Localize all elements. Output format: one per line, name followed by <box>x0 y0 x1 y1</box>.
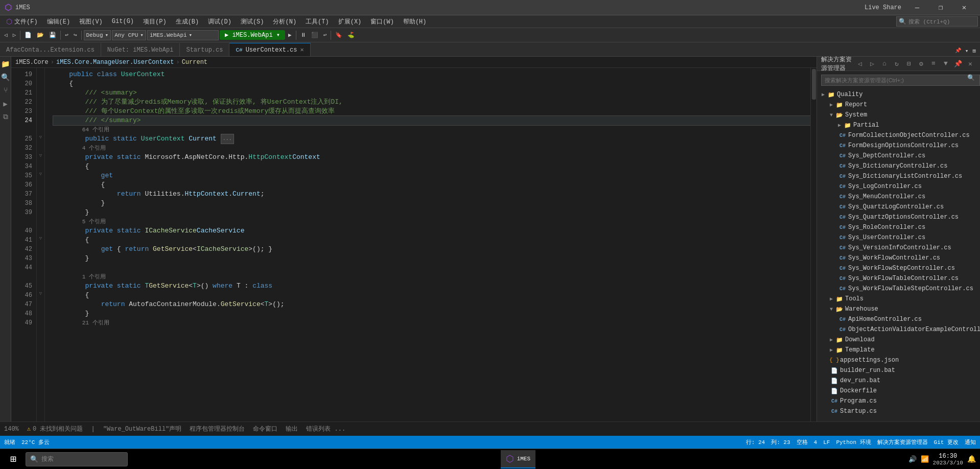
collapse-25[interactable]: ▽ <box>37 132 44 142</box>
activity-explorer[interactable]: 📁 <box>1 59 11 69</box>
rp-more[interactable]: ≡ <box>928 59 939 69</box>
breadcrumb-symbol[interactable]: Current <box>182 59 207 66</box>
tree-builder[interactable]: 📄 builder_run.bat <box>817 365 980 376</box>
menu-analyze[interactable]: 分析(N) <box>269 15 300 28</box>
vs-taskbar-app[interactable]: ⬡ iMES <box>501 450 535 468</box>
collapse-40[interactable]: ▽ <box>37 233 44 243</box>
toolbar-undo[interactable]: ↩ <box>63 30 71 41</box>
toolbar-new[interactable]: 📄 <box>22 30 34 41</box>
activity-extensions[interactable]: ⧉ <box>1 112 11 122</box>
rp-props[interactable]: ⚙ <box>916 59 927 69</box>
tree-form-design[interactable]: C# FormDesignOptionsController.cs <box>817 140 980 151</box>
tree-quality[interactable]: ▶ 📁 Quality <box>817 89 980 100</box>
tree-sys-workflow[interactable]: C# Sys_WorkFlowController.cs <box>817 253 980 263</box>
tree-sys-dict[interactable]: C# Sys_DictionaryController.cs <box>817 161 980 171</box>
tab-nuget[interactable]: NuGet: iMES.WebApi <box>101 43 180 56</box>
collapse-33[interactable]: ▽ <box>37 151 44 160</box>
tab-pin[interactable]: 📌 <box>953 45 963 56</box>
minimize-button[interactable]: — <box>905 0 929 15</box>
errors-label[interactable]: 错误列表 ... <box>306 425 345 433</box>
terminal-label[interactable]: 命令窗口 <box>253 425 277 433</box>
menu-view[interactable]: 视图(V) <box>75 15 107 28</box>
rp-home[interactable]: ⌂ <box>879 59 890 69</box>
menu-edit[interactable]: 编辑(E) <box>43 15 75 28</box>
toolbar-more1[interactable]: ⏸ <box>298 30 308 41</box>
menu-extensions[interactable]: 扩展(X) <box>334 15 366 28</box>
tree-apihome[interactable]: C# ApiHomeController.cs <box>817 314 980 324</box>
toolbar-bookmark[interactable]: 🔖 <box>333 30 344 41</box>
tree-sys-version[interactable]: C# Sys_VersionInfoController.cs <box>817 243 980 253</box>
tree-sys-wftablestep[interactable]: C# Sys_WorkFlowTableStepController.cs <box>817 284 980 294</box>
output-label[interactable]: 输出 <box>286 425 298 433</box>
tree-sys-quartzlog[interactable]: C# Sys_QuartzLogController.cs <box>817 202 980 212</box>
tree-partial[interactable]: ▶ 📁 Partial <box>817 120 980 130</box>
toolbar-run2[interactable]: ▶ <box>286 30 294 41</box>
activity-search[interactable]: 🔍 <box>1 72 11 82</box>
tab-list[interactable]: ▾ <box>963 45 971 56</box>
breadcrumb-root[interactable]: iMES.Core <box>15 59 49 66</box>
checks-label[interactable]: "Ware_OutWareBill"声明 <box>103 425 182 433</box>
restore-button[interactable]: ❐ <box>929 0 952 15</box>
tree-warehouse[interactable]: ▼ 📂 Warehouse <box>817 304 980 314</box>
tree-objectaction[interactable]: C# ObjectActionValidatorExampleControlle… <box>817 324 980 335</box>
menu-window[interactable]: 窗口(W) <box>366 15 398 28</box>
notification-icon[interactable]: 🔔 <box>967 455 976 463</box>
rp-pin[interactable]: 📌 <box>952 59 964 69</box>
tree-template[interactable]: ▶ 📁 Template <box>817 345 980 355</box>
toolbar-more2[interactable]: ⬛ <box>309 30 320 41</box>
debug-config-dropdown[interactable]: Debug ▾ <box>84 30 111 40</box>
activity-git[interactable]: ⑂ <box>1 85 11 96</box>
split-editor[interactable]: ⊞ <box>970 45 978 56</box>
taskbar-time[interactable]: 16:30 2023/3/10 <box>933 453 963 466</box>
tree-dockerfile[interactable]: 📄 Dockerfile <box>817 386 980 396</box>
tree-tools[interactable]: ▶ 📁 Tools <box>817 294 980 304</box>
tree-sys-wftable[interactable]: C# Sys_WorkFlowTableController.cs <box>817 273 980 284</box>
tree-sys-quartzopt[interactable]: C# Sys_QuartzOptionsController.cs <box>817 212 980 222</box>
tree-sys-dictlist[interactable]: C# Sys_DictionaryListController.cs <box>817 171 980 181</box>
menu-git[interactable]: Git(G) <box>108 15 138 28</box>
tree-system[interactable]: ▼ 📂 System <box>817 110 980 120</box>
global-search-box[interactable]: 🔍 搜索 (Ctrl+Q) <box>896 16 978 27</box>
menu-help[interactable]: 帮助(H) <box>399 15 431 28</box>
tree-appsettings[interactable]: { } appsettings.json <box>817 355 980 365</box>
tab-usercontext[interactable]: C# UserContext.cs ✕ <box>229 43 310 56</box>
rp-close[interactable]: ✕ <box>965 59 976 69</box>
pmc-label[interactable]: 程序包管理器控制台 <box>190 425 245 433</box>
close-button[interactable]: ✕ <box>952 0 976 15</box>
tree-sys-log[interactable]: C# Sys_LogController.cs <box>817 181 980 192</box>
tree-startup[interactable]: C# Startup.cs <box>817 406 980 416</box>
tree-sys-user[interactable]: C# Sys_UserController.cs <box>817 232 980 243</box>
tree-form-collection[interactable]: C# FormCollectionObjectController.cs <box>817 130 980 140</box>
menu-build[interactable]: 生成(B) <box>172 15 203 28</box>
tab-afac[interactable]: AfacContа...Extension.cs <box>0 43 101 56</box>
run-button[interactable]: ▶ iMES.WebApi ▾ <box>220 30 285 40</box>
solution-search-input[interactable] <box>821 75 980 86</box>
tree-report[interactable]: ▶ 📁 Report <box>817 100 980 110</box>
rp-filter[interactable]: ▼ <box>940 59 951 69</box>
tree-download[interactable]: ▶ 📁 Download <box>817 335 980 345</box>
code-content[interactable]: public class UserContext { /// <summary>… <box>45 68 810 421</box>
toolbar-redo[interactable]: ↪ <box>72 30 79 41</box>
rp-collapse-all[interactable]: ⊟ <box>903 59 915 69</box>
menu-test[interactable]: 测试(S) <box>237 15 268 28</box>
start-button[interactable]: ⊞ <box>4 450 22 468</box>
collapse-35[interactable]: ▽ <box>37 169 44 178</box>
rp-refresh[interactable]: ↻ <box>891 59 902 69</box>
menu-tools[interactable]: 工具(T) <box>301 15 333 28</box>
tab-startup[interactable]: Startup.cs <box>180 43 229 56</box>
rp-forward[interactable]: ▷ <box>867 59 878 69</box>
platform-dropdown[interactable]: Any CPU ▾ <box>112 30 146 40</box>
tree-sys-menu[interactable]: C# Sys_MenuController.cs <box>817 192 980 202</box>
tab-usercontext-close[interactable]: ✕ <box>300 46 304 54</box>
toolbar-back[interactable]: ◁ <box>2 30 10 41</box>
vertical-scrollbar[interactable] <box>810 68 816 421</box>
project-dropdown[interactable]: iMES.WebApi ▾ <box>147 30 219 40</box>
menu-project[interactable]: 项目(P) <box>139 15 171 28</box>
tree-devrun[interactable]: 📄 dev_run.bat <box>817 376 980 386</box>
rp-back[interactable]: ◁ <box>854 59 866 69</box>
toolbar-save-all[interactable]: 💾 <box>47 30 58 41</box>
toolbar-forward[interactable]: ▷ <box>11 30 18 41</box>
menu-file[interactable]: ⬡ 文件(F) <box>2 15 42 28</box>
breadcrumb-namespace[interactable]: iMES.Core.ManageUser.UserContext <box>56 59 174 66</box>
collapse-45[interactable]: ▽ <box>37 289 44 298</box>
